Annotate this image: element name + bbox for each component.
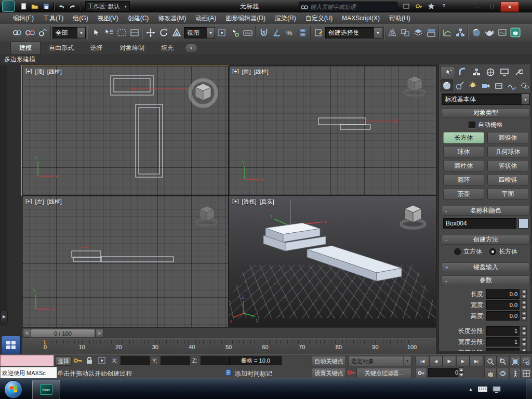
x-coordinate-field[interactable] [121,356,150,365]
category-lights[interactable] [467,79,479,91]
menu-tools[interactable]: 工具(T) [38,13,68,24]
help-icon[interactable]: ? [438,2,449,11]
ribbon-tab-modeling[interactable]: 建模 [10,42,41,54]
open-file-icon[interactable] [29,1,41,11]
viewport-shading-label[interactable]: [线框] [47,68,62,76]
length-spinner[interactable] [521,289,527,299]
sign-in-key-icon[interactable] [414,2,424,11]
height-segs-field[interactable]: 1 [486,348,520,351]
time-slider-prev-button[interactable]: < [23,329,31,338]
previous-frame-button[interactable]: ◀ [429,356,443,366]
select-and-rotate-icon[interactable] [157,26,170,40]
key-mode-toggle[interactable] [416,368,427,378]
minimize-button[interactable]: — [470,2,484,11]
viewport-name-label[interactable]: [左] [35,198,44,206]
graphite-ribbon-toggle-icon[interactable] [424,26,437,40]
ribbon-tab-object-paint[interactable]: 对象绘制 [111,42,153,54]
rollout-keyboard-entry-header[interactable]: + 键盘输入 [442,262,530,272]
render-setup-icon[interactable] [483,26,496,40]
menu-help[interactable]: 帮助(H) [384,13,415,24]
zoom-region-icon[interactable] [520,356,532,367]
add-time-tag-label[interactable]: 添加时间标记 [235,369,272,378]
object-name-input[interactable]: Box004 [443,218,516,229]
play-button[interactable]: ▶ [443,356,456,366]
layer-manager-icon[interactable] [411,26,424,40]
tab-hierarchy[interactable] [470,66,483,78]
select-and-manipulate-icon[interactable] [228,26,241,40]
menu-edit[interactable]: 编辑(E) [8,13,38,24]
viewport-name-label[interactable]: [前] [242,68,251,76]
primitive-pyramid-button[interactable]: 四棱锥 [487,174,528,185]
ribbon-tab-freeform[interactable]: 自由形式 [41,42,82,54]
time-slider-next-button[interactable]: > [95,329,103,338]
tray-display-icon[interactable] [493,386,501,393]
rollout-parameters-header[interactable]: - 参数 [442,275,530,285]
favorites-star-icon[interactable] [426,2,436,11]
width-segs-spinner[interactable] [521,337,527,347]
menu-graph-editors[interactable]: 图形编辑器(D) [221,13,270,24]
tab-motion[interactable] [484,66,497,78]
viewport-name-label[interactable]: [顶] [35,68,44,76]
viewport-menu-plus[interactable]: [+] [232,68,239,76]
time-slider[interactable]: < 0 / 100 > [22,327,436,339]
creation-method-box[interactable]: 长方体 [489,247,517,256]
current-frame-field[interactable]: 0 [428,368,460,377]
tab-utilities[interactable] [512,66,525,78]
z-coordinate-field[interactable] [201,356,230,365]
ribbon-minimize-dropdown-icon[interactable]: ▼ [185,44,197,53]
angle-snap-toggle-icon[interactable] [270,26,283,40]
use-pivot-center-icon[interactable] [215,26,228,40]
schematic-view-icon[interactable] [454,26,467,40]
orbit-view-icon[interactable] [497,368,509,379]
width-segs-field[interactable]: 1 [486,337,520,347]
viewport-menu-plus[interactable]: [+] [25,198,32,206]
spinner-snap-toggle-icon[interactable] [296,26,309,40]
y-coordinate-field[interactable] [161,356,190,365]
primitive-torus-button[interactable]: 圆环 [443,174,484,185]
zoom-all-icon[interactable] [497,356,509,367]
show-desktop-button[interactable] [526,379,532,399]
radio-cube[interactable] [454,248,461,255]
restore-button[interactable]: □ [485,2,499,11]
menu-group[interactable]: 组(G) [68,13,92,24]
render-production-icon[interactable] [509,26,522,40]
rollout-creation-method-header[interactable]: - 创建方法 [442,235,530,245]
viewport-top[interactable]: [+] [顶] [线框] Y X [22,65,229,195]
select-and-link-icon[interactable] [10,26,23,40]
workspace-dropdown[interactable]: 工作区: 默认 ▼ [85,1,130,11]
unlink-selection-icon[interactable] [23,26,36,40]
bind-to-spacewarp-icon[interactable] [36,26,49,40]
absolute-mode-toggle-icon[interactable] [98,356,106,365]
key-filters-button[interactable]: 关键点过滤器... [356,368,411,378]
pan-view-icon[interactable] [484,368,497,379]
search-box[interactable] [299,2,397,11]
tab-create[interactable] [441,66,455,78]
search-input[interactable] [308,4,397,10]
material-editor-icon[interactable] [470,26,483,40]
selected-filter-dropdown[interactable]: 选定对象 ▼ [348,356,411,366]
maxscript-macro-recorder[interactable] [0,355,54,367]
creation-method-cube[interactable]: 立方体 [454,247,482,256]
viewport-front[interactable]: [+] [前] [线框] Y X [229,65,436,195]
viewcube[interactable] [187,75,220,109]
category-cameras[interactable] [480,79,492,91]
viewport-shading-label[interactable]: [线框] [47,198,62,206]
viewcube[interactable] [396,199,430,232]
rectangular-selection-region-icon[interactable] [115,26,128,40]
time-slider-handle[interactable]: 0 / 100 [31,329,95,338]
percent-snap-toggle-icon[interactable]: % [283,26,296,40]
close-button[interactable]: × [500,2,519,12]
viewport-shading-label[interactable]: [线框] [254,68,269,76]
save-file-icon[interactable] [41,1,52,11]
undo-icon[interactable] [56,1,67,11]
menu-animation[interactable]: 动画(A) [191,13,221,24]
maxscript-mini-listener[interactable]: 欢迎使用 MAXSc [0,367,57,379]
edit-named-selection-sets-icon[interactable] [312,26,325,40]
selection-label[interactable]: 选择 [55,356,72,366]
menu-views[interactable]: 视图(V) [93,13,123,24]
length-segs-field[interactable]: 1 [486,326,520,336]
redo-icon[interactable] [67,1,78,11]
primitive-tube-button[interactable]: 管状体 [487,160,528,171]
align-icon[interactable] [398,26,411,40]
menu-customize[interactable]: 自定义(U) [301,13,338,24]
